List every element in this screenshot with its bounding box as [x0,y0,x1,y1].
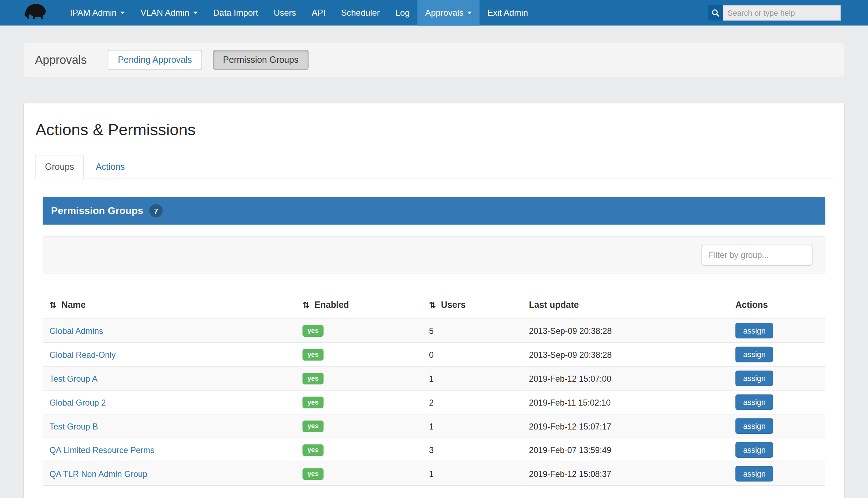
enabled-badge: yes [302,372,323,384]
mammoth-logo-icon [23,2,47,24]
nav-item-scheduler[interactable]: Scheduler [333,0,388,26]
enabled-badge: yes [302,396,323,408]
page-root: IPAM AdminVLAN AdminData ImportUsersAPIS… [0,0,868,498]
column-header-users[interactable]: ⇅Users [425,296,525,319]
enabled-badge: yes [302,444,323,456]
column-label: Users [441,300,466,309]
table-row: QA Limited Resource Perms yes 3 2019-Feb… [43,438,826,462]
group-count-badge: 7 [149,204,162,217]
page-title: Approvals [35,53,87,66]
nav-item-users[interactable]: Users [266,0,304,26]
nav-item-api[interactable]: API [304,0,333,26]
table-row: Global Group 2 yes 2 2019-Feb-11 15:02:1… [43,390,826,414]
assign-button[interactable]: assign [735,418,773,434]
panel-title: Permission Groups [51,205,143,217]
search-icon[interactable] [708,5,723,21]
users-count: 5 [425,319,525,342]
filter-by-group-input[interactable] [702,244,813,265]
column-label: Last update [529,300,579,309]
nav-item-ipam-admin[interactable]: IPAM Admin [62,0,133,26]
assign-button[interactable]: assign [735,347,773,362]
enabled-badge: yes [302,468,323,480]
enabled-badge: yes [302,420,323,432]
assign-button[interactable]: assign [735,442,773,458]
users-count: 0 [425,342,525,366]
filter-toolbar [43,236,826,273]
sort-icon: ⇅ [49,300,56,310]
tab-actions[interactable]: Actions [86,155,135,179]
group-name-link[interactable]: Global Group 2 [49,397,106,407]
last-update: 2019-Feb-07 13:59:49 [524,438,731,462]
group-name-link[interactable]: Global Admins [49,326,103,335]
tab-bar: Groups Actions [35,155,833,179]
users-count: 1 [425,366,525,390]
last-update: 2019-Feb-12 15:08:37 [524,462,731,486]
nav-item-label: Data Import [213,8,258,18]
actions-permissions-card: Actions & Permissions Groups Actions Per… [23,103,844,498]
tab-groups[interactable]: Groups [35,155,84,179]
caret-down-icon [467,12,471,14]
nav-item-label: Approvals [425,8,463,18]
page-content: Approvals Pending Approvals Permission G… [0,26,868,498]
navbar-search [708,0,841,26]
nav-item-label: API [312,8,326,18]
table-row: Test Group B yes 1 2019-Feb-12 15:07:17 … [43,414,826,438]
column-label: Name [61,300,86,309]
enabled-badge: yes [302,325,323,336]
caret-down-icon [193,12,197,14]
permission-groups-panel-heading: Permission Groups 7 [43,197,826,225]
group-name-link[interactable]: Global Read-Only [49,350,115,359]
last-update: 2019-Feb-12 15:07:17 [524,414,731,438]
users-count: 2 [425,390,525,414]
assign-button[interactable]: assign [735,371,773,386]
permission-groups-table: ⇅Name ⇅Enabled ⇅Users Last update [43,296,826,486]
nav-item-log[interactable]: Log [388,0,418,26]
table-row: Test Group A yes 1 2019-Feb-12 15:07:00 … [43,366,826,390]
column-header-last-update: Last update [524,296,731,319]
app-logo[interactable] [23,0,47,26]
table-row: Global Read-Only yes 0 2013-Sep-09 20:38… [43,342,826,366]
sort-icon: ⇅ [302,300,309,310]
users-count: 3 [425,438,525,462]
column-label: Enabled [314,300,349,309]
nav-item-label: Exit Admin [487,8,528,18]
group-name-link[interactable]: QA TLR Non Admin Group [49,469,147,478]
sort-icon: ⇅ [429,300,436,310]
search-input[interactable] [723,5,841,21]
top-navbar: IPAM AdminVLAN AdminData ImportUsersAPIS… [0,0,868,26]
assign-button[interactable]: assign [735,323,773,339]
nav-item-label: Log [395,8,410,18]
group-name-link[interactable]: Test Group A [49,374,97,383]
nav-item-exit-admin[interactable]: Exit Admin [480,0,536,26]
nav-item-data-import[interactable]: Data Import [205,0,266,26]
card-title: Actions & Permissions [24,103,844,155]
group-name-link[interactable]: Test Group B [49,421,98,431]
column-header-actions: Actions [731,296,825,319]
users-count: 1 [425,462,525,486]
permission-groups-button[interactable]: Permission Groups [213,50,309,70]
last-update: 2019-Feb-12 15:07:00 [524,366,731,390]
assign-button[interactable]: assign [735,466,773,482]
nav-item-label: VLAN Admin [141,8,190,18]
column-header-enabled[interactable]: ⇅Enabled [298,296,425,319]
column-header-name[interactable]: ⇅Name [43,296,298,319]
groups-table-wrap: ⇅Name ⇅Enabled ⇅Users Last update [43,296,826,486]
last-update: 2013-Sep-09 20:38:28 [524,319,731,342]
table-header-row: ⇅Name ⇅Enabled ⇅Users Last update [43,296,826,319]
table-body: Global Admins yes 5 2013-Sep-09 20:38:28… [43,319,826,486]
nav-item-label: IPAM Admin [70,8,117,18]
nav-item-vlan-admin[interactable]: VLAN Admin [133,0,206,26]
approvals-header-strip: Approvals Pending Approvals Permission G… [23,42,844,78]
last-update: 2019-Feb-11 15:02:10 [524,390,731,414]
nav-item-label: Scheduler [341,8,380,18]
last-update: 2013-Sep-09 20:38:28 [524,342,731,366]
column-label: Actions [735,300,768,309]
table-row: QA TLR Non Admin Group yes 1 2019-Feb-12… [43,462,826,486]
assign-button[interactable]: assign [735,395,773,410]
nav-item-approvals[interactable]: Approvals [418,0,480,26]
table-row: Global Admins yes 5 2013-Sep-09 20:38:28… [43,319,826,342]
users-count: 1 [425,414,525,438]
pending-approvals-button[interactable]: Pending Approvals [108,50,202,70]
caret-down-icon [121,12,125,14]
group-name-link[interactable]: QA Limited Resource Perms [49,445,154,454]
